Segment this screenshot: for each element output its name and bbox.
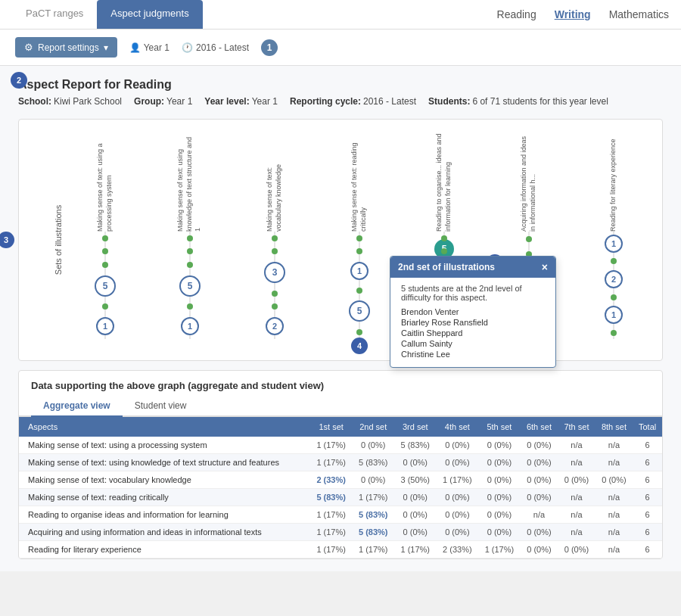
th-aspects: Aspects <box>19 417 310 437</box>
tab-aggregate-view[interactable]: Aggregate view <box>31 396 123 417</box>
th-2nd: 2nd set <box>352 417 394 437</box>
cell-val: 0 (0%) <box>437 437 479 454</box>
cell-val: 6 <box>633 506 662 524</box>
cell-val: n/a <box>558 506 595 524</box>
col1-header: Making sense of text: using a processing… <box>96 133 114 232</box>
col3-dot3 <box>272 291 278 297</box>
nav-writing[interactable]: Writing <box>555 8 591 20</box>
cell-val: 6 <box>633 454 662 471</box>
top-tab-bar: PaCT ranges Aspect judgments Reading Wri… <box>0 0 681 30</box>
col7-circle3[interactable]: 1 <box>605 306 623 324</box>
col3-circle[interactable]: 3 <box>264 262 285 283</box>
cell-val: n/a <box>595 454 633 471</box>
cell-val: 0 (0%) <box>352 471 394 489</box>
col4-dot1 <box>356 235 362 241</box>
cycle-label: 2016 - Latest <box>196 42 249 53</box>
cell-val: 0 (0%) <box>394 506 437 524</box>
col2-dot3 <box>187 262 193 268</box>
cell-val: 0 (0%) <box>394 524 437 541</box>
col1-dot1 <box>102 235 108 241</box>
cell-val: 1 (17%) <box>352 541 394 558</box>
chevron-down-icon: ▾ <box>104 42 108 53</box>
popup-student-5: Christine Lee <box>401 349 545 359</box>
table-body: Making sense of text: using a processing… <box>19 437 662 558</box>
col2-line: 5 1 <box>149 232 231 339</box>
cell-val: 0 (0%) <box>478 454 521 471</box>
col5-header: Reading to organise... ideas and informa… <box>435 133 452 232</box>
nav-reading[interactable]: Reading <box>497 8 536 20</box>
report-settings-button[interactable]: ⚙ Report settings ▾ <box>15 37 117 58</box>
popup-close-button[interactable]: × <box>542 261 548 273</box>
col4-line-bg <box>359 232 360 339</box>
clock-icon: 🕐 <box>182 42 193 53</box>
cell-val: n/a <box>521 506 558 524</box>
cell-val: 1 (17%) <box>437 471 479 489</box>
cell-val: n/a <box>558 489 595 506</box>
group-value: Year 1 <box>166 96 192 107</box>
cell-val: 0 (0%) <box>558 541 595 558</box>
col7-line: 1 2 1 <box>573 232 655 339</box>
col7-dot3 <box>611 330 617 336</box>
th-7th: 7th set <box>558 417 595 437</box>
cell-val: 3 (50%) <box>394 471 437 489</box>
cell-val: 0 (0%) <box>521 454 558 471</box>
col1-bottom-circle[interactable]: 1 <box>96 317 114 335</box>
col3-bottom-circle[interactable]: 2 <box>266 317 284 335</box>
col7-circle2[interactable]: 2 <box>605 270 623 288</box>
cell-val: 6 <box>633 541 662 558</box>
report-settings-label: Report settings <box>38 42 99 53</box>
cell-aspect: Making sense of text: using knowledge of… <box>19 454 310 471</box>
cell-val: 0 (0%) <box>521 437 558 454</box>
th-1st: 1st set <box>310 417 353 437</box>
table-row: Making sense of text: vocabulary knowled… <box>19 471 662 489</box>
col5-dot1 <box>441 235 447 241</box>
cell-val: 2 (33%) <box>310 471 353 489</box>
tab-aspect-judgments[interactable]: Aspect judgments <box>97 0 202 29</box>
col4-circle[interactable]: 5 <box>349 300 370 322</box>
col7-circle1[interactable]: 1 <box>605 235 623 253</box>
col2-circle[interactable]: 5 <box>179 275 201 297</box>
students-label: Students: <box>428 96 470 107</box>
cell-val: 6 <box>633 471 662 489</box>
cell-val: 0 (0%) <box>595 471 633 489</box>
cell-val: n/a <box>558 524 595 541</box>
tab-pact-ranges[interactable]: PaCT ranges <box>12 0 97 29</box>
cell-val: 0 (0%) <box>437 506 479 524</box>
col4-top-circle[interactable]: 1 <box>350 262 368 280</box>
chart-col-7: Reading for literary experience 1 2 1 <box>573 133 655 339</box>
cell-val: 5 (83%) <box>352 524 394 541</box>
col4-dot2 <box>356 248 362 254</box>
cell-aspect: Reading to organise ideas and informatio… <box>19 506 310 524</box>
col3-line: 3 2 <box>234 232 316 339</box>
cell-val: 5 (83%) <box>310 489 353 506</box>
col3-dot2 <box>272 248 278 254</box>
col2-bottom-circle[interactable]: 1 <box>181 317 199 335</box>
col2-dot4 <box>187 303 193 310</box>
tab-student-view[interactable]: Student view <box>123 396 199 417</box>
illustration-popup: 2nd set of illustrations × 5 students ar… <box>390 256 556 368</box>
cell-val: 1 (17%) <box>310 541 353 558</box>
toolbar-badge: 1 <box>261 39 278 56</box>
cell-val: 6 <box>633 437 662 454</box>
chart-col-4: Making sense of text: reading critically… <box>319 133 400 339</box>
popup-student-2: Briarley Rose Ransfield <box>401 317 545 328</box>
nav-mathematics[interactable]: Mathematics <box>609 8 669 20</box>
cell-val: 0 (0%) <box>521 541 558 558</box>
annotation-badge-3: 3 <box>0 232 14 248</box>
table-row: Making sense of text: using a processing… <box>19 437 662 454</box>
col4-header: Making sense of text: reading critically <box>350 133 368 232</box>
reporting-cycle-value: 2016 - Latest <box>363 96 416 107</box>
th-total: Total <box>633 417 662 437</box>
popup-students: Brendon Venter Briarley Rose Ransfield C… <box>401 306 545 359</box>
annotation-badge-2: 2 <box>11 72 27 89</box>
th-5th: 5th set <box>478 417 521 437</box>
cell-val: 0 (0%) <box>478 471 521 489</box>
col1-circle[interactable]: 5 <box>95 275 116 297</box>
th-3rd: 3rd set <box>394 417 437 437</box>
cell-val: 1 (17%) <box>394 541 437 558</box>
school-label: School: <box>18 96 51 107</box>
main-content: Aspect Report for Reading School: Kiwi P… <box>0 66 681 571</box>
col7-header: Reading for literary experience <box>609 133 618 232</box>
col7-dot1 <box>611 258 617 264</box>
cell-val: 0 (0%) <box>478 524 521 541</box>
